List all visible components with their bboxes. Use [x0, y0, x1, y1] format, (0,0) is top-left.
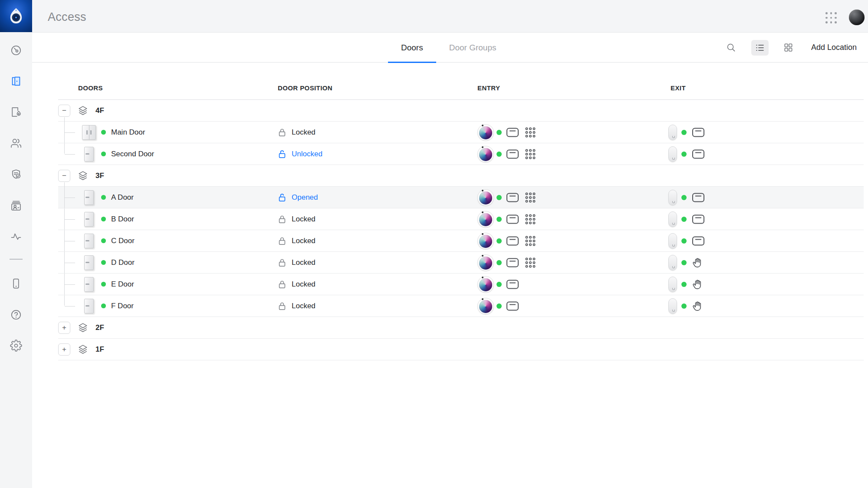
door-position-cell[interactable]: Locked — [278, 252, 316, 274]
sidebar-item-dashboard[interactable] — [0, 44, 32, 56]
help-icon — [10, 309, 22, 321]
door-row[interactable]: D Door Locked — [58, 252, 864, 274]
exit-cell — [668, 143, 705, 165]
sidebar-item-policies[interactable] — [0, 168, 32, 181]
sidebar-item-activity[interactable] — [0, 231, 32, 243]
entry-reader-device-icon — [477, 233, 494, 249]
exit-cell — [668, 187, 705, 208]
column-header-doors: DOORS — [78, 84, 103, 92]
door-position-label: Locked — [292, 258, 316, 267]
door-row[interactable]: C Door Locked — [58, 230, 864, 252]
door-status-dot — [101, 260, 106, 265]
device-lock-icon — [10, 106, 22, 118]
entry-status-dot — [496, 282, 502, 287]
door-position-cell[interactable]: Opened — [278, 187, 318, 208]
exit-device-icon — [668, 190, 677, 205]
search-button[interactable] — [723, 40, 740, 56]
entry-cell — [477, 208, 536, 230]
expand-toggle-button[interactable]: + — [58, 343, 70, 356]
door-row[interactable]: F Door Locked — [58, 295, 864, 317]
floor-layers-icon — [77, 344, 89, 357]
door-row[interactable]: Main Door Locked — [58, 122, 864, 143]
exit-cell — [668, 274, 703, 295]
apps-grid-icon[interactable] — [825, 12, 837, 23]
exit-hand-icon — [692, 257, 703, 269]
entry-reader-device-icon — [477, 254, 494, 271]
door-position-cell[interactable]: Locked — [278, 230, 316, 252]
floor-label: 3F — [95, 165, 104, 187]
gauge-icon — [10, 44, 22, 56]
door-name: Second Door — [111, 143, 154, 165]
door-status-dot — [101, 282, 106, 287]
door-row[interactable]: A Door Opened — [58, 187, 864, 208]
sidebar-item-credentials[interactable] — [0, 200, 32, 212]
add-location-button[interactable]: Add Location — [811, 43, 857, 52]
expand-toggle-button[interactable]: − — [58, 105, 70, 117]
tab-doors[interactable]: Doors — [388, 33, 436, 63]
door-row[interactable]: B Door Locked — [58, 208, 864, 230]
door-thumbnail-icon — [81, 232, 97, 250]
entry-cell — [477, 274, 519, 295]
exit-hand-icon — [692, 300, 703, 312]
access-teardrop-icon — [7, 7, 26, 26]
entry-keypad-icon — [524, 257, 536, 269]
door-row[interactable]: E Door Locked — [58, 274, 864, 295]
grid-view-button[interactable] — [780, 40, 797, 56]
expand-glyph: + — [62, 323, 66, 332]
exit-status-dot — [681, 238, 687, 244]
tree-line-horizontal — [65, 284, 75, 285]
entry-cell — [477, 187, 536, 208]
exit-device-icon — [668, 298, 677, 314]
sidebar-item-devices[interactable] — [0, 106, 32, 118]
list-view-button[interactable] — [751, 40, 769, 56]
exit-status-dot — [681, 260, 687, 265]
floor-group-row-3f: − 3F — [58, 165, 864, 187]
sidebar-item-mobile[interactable] — [0, 277, 32, 290]
sidebar-item-users[interactable] — [0, 137, 32, 149]
door-position-cell[interactable]: Locked — [278, 122, 316, 143]
top-header: Access — [32, 0, 868, 33]
expand-toggle-button[interactable]: + — [58, 322, 70, 334]
door-thumbnail-icon — [81, 189, 97, 206]
user-avatar[interactable] — [849, 10, 865, 25]
door-row[interactable]: Second Door Unlocked — [58, 143, 864, 165]
tab-door-groups-label: Door Groups — [449, 43, 496, 53]
entry-keypad-icon — [524, 191, 536, 204]
door-name: E Door — [111, 274, 134, 295]
door-position-cell[interactable]: Unlocked — [278, 143, 322, 165]
door-position-cell[interactable]: Locked — [278, 208, 316, 230]
door-thumbnail-icon — [81, 211, 97, 228]
sidebar-item-settings[interactable] — [0, 340, 32, 352]
door-position-cell[interactable]: Locked — [278, 295, 316, 317]
door-position-cell[interactable]: Locked — [278, 274, 316, 295]
unifi-access-logo[interactable] — [0, 0, 32, 32]
exit-device-icon — [668, 233, 677, 249]
door-name: F Door — [111, 295, 134, 317]
exit-card-reader-icon — [692, 214, 705, 224]
door-thumbnail-icon — [81, 254, 97, 271]
tree-line-horizontal — [65, 219, 75, 220]
sidebar-item-help[interactable] — [0, 309, 32, 321]
table-header-row: DOORS DOOR POSITION ENTRY EXIT — [58, 63, 864, 100]
door-name: A Door — [111, 187, 134, 208]
exit-card-reader-icon — [692, 192, 705, 203]
entry-reader-device-icon — [477, 189, 494, 206]
doors-table: DOORS DOOR POSITION ENTRY EXIT − 4F Main… — [58, 63, 864, 360]
tree-line-horizontal — [65, 132, 75, 133]
exit-status-dot — [681, 217, 687, 222]
entry-cell — [477, 252, 536, 274]
door-position-label: Locked — [292, 280, 316, 289]
lock-closed-icon — [278, 236, 286, 246]
users-icon — [10, 137, 22, 149]
exit-card-reader-icon — [692, 149, 705, 159]
floor-group-row-2f: + 2F — [58, 317, 864, 339]
exit-device-icon — [668, 255, 677, 270]
floor-label: 4F — [95, 100, 104, 122]
tree-line-horizontal — [65, 198, 75, 198]
expand-glyph: − — [62, 171, 66, 180]
sidebar-item-doors[interactable] — [0, 75, 32, 87]
expand-toggle-button[interactable]: − — [58, 170, 70, 182]
door-status-dot — [101, 195, 106, 200]
entry-status-dot — [496, 130, 502, 135]
tab-door-groups[interactable]: Door Groups — [436, 33, 510, 63]
